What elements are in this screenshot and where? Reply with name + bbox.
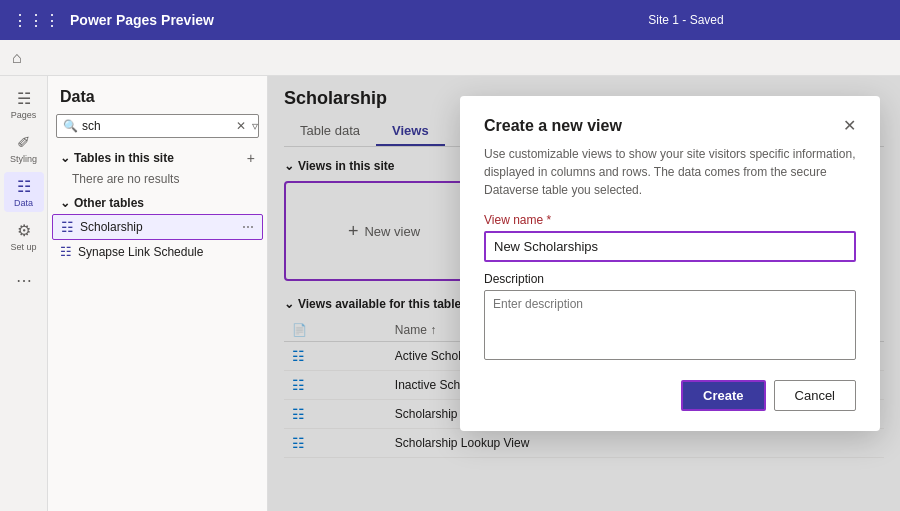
more-icon: ⋯	[16, 271, 32, 290]
table-name-scholarship: Scholarship	[80, 220, 236, 234]
table-name-synapse: Synapse Link Schedule	[78, 245, 255, 259]
sidebar-item-data[interactable]: ☷ Data	[4, 172, 44, 212]
dialog-header: Create a new view ✕	[484, 116, 856, 135]
styling-icon: ✐	[17, 133, 30, 152]
table-grid-icon-2: ☷	[60, 244, 72, 259]
filter-icon[interactable]: ▿	[252, 119, 258, 133]
description-label: Description	[484, 272, 856, 286]
main-layout: ☵ Pages ✐ Styling ☷ Data ⚙ Set up ⋯ Data…	[0, 76, 900, 511]
add-table-icon[interactable]: +	[247, 150, 255, 166]
tables-in-site-header[interactable]: ⌄ Tables in this site +	[48, 146, 267, 170]
table-grid-icon: ☷	[61, 219, 74, 235]
left-panel: Data 🔍 ✕ ▿ ⌄ Tables in this site + There…	[48, 76, 268, 511]
view-name-label: View name *	[484, 213, 856, 227]
dialog-description: Use customizable views to show your site…	[484, 145, 856, 199]
left-panel-title: Data	[48, 84, 267, 114]
other-tables-header[interactable]: ⌄ Other tables	[48, 192, 267, 214]
dialog-close-button[interactable]: ✕	[843, 116, 856, 135]
icon-sidebar: ☵ Pages ✐ Styling ☷ Data ⚙ Set up ⋯	[0, 76, 48, 511]
dialog-title: Create a new view	[484, 117, 622, 135]
no-results-text: There are no results	[48, 170, 267, 192]
view-name-input[interactable]	[484, 231, 856, 262]
dialog-overlay: Create a new view ✕ Use customizable vie…	[268, 76, 900, 511]
site-status: Site 1 - Saved	[484, 13, 888, 27]
data-icon: ☷	[17, 177, 31, 196]
top-navbar: ⋮⋮⋮ Power Pages Preview Site 1 - Saved	[0, 0, 900, 40]
create-button[interactable]: Create	[681, 380, 765, 411]
app-title: Power Pages Preview	[70, 12, 474, 28]
chevron-down-icon: ⌄	[60, 151, 70, 165]
search-input[interactable]	[82, 119, 232, 133]
search-icon: 🔍	[63, 119, 78, 133]
create-view-dialog: Create a new view ✕ Use customizable vie…	[460, 96, 880, 431]
search-clear-icon[interactable]: ✕	[236, 119, 246, 133]
chevron-down-icon-2: ⌄	[60, 196, 70, 210]
required-marker: *	[547, 213, 552, 227]
table-item-synapse[interactable]: ☷ Synapse Link Schedule	[52, 240, 263, 263]
table-more-icon[interactable]: ⋯	[242, 220, 254, 234]
description-textarea[interactable]	[484, 290, 856, 360]
dialog-footer: Create Cancel	[484, 380, 856, 411]
sidebar-item-pages[interactable]: ☵ Pages	[4, 84, 44, 124]
sidebar-item-more[interactable]: ⋯	[4, 260, 44, 300]
main-content: Scholarship Table data Views Forms ⌄ Vie…	[268, 76, 900, 511]
table-item-scholarship[interactable]: ☷ Scholarship ⋯	[52, 214, 263, 240]
setup-icon: ⚙	[17, 221, 31, 240]
cancel-button[interactable]: Cancel	[774, 380, 856, 411]
secondary-navbar: ⌂	[0, 40, 900, 76]
grid-icon: ⋮⋮⋮	[12, 11, 60, 30]
search-box[interactable]: 🔍 ✕ ▿	[56, 114, 259, 138]
pages-icon: ☵	[17, 89, 31, 108]
sidebar-item-setup[interactable]: ⚙ Set up	[4, 216, 44, 256]
sidebar-item-styling[interactable]: ✐ Styling	[4, 128, 44, 168]
home-icon[interactable]: ⌂	[12, 49, 22, 67]
